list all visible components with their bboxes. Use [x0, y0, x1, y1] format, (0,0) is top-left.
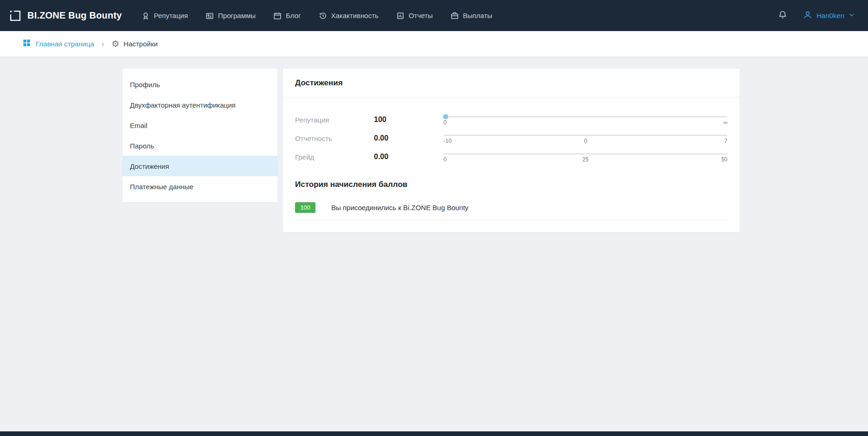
chevron-down-icon	[849, 12, 855, 20]
nav-item-payouts[interactable]: Выплаты	[450, 12, 492, 20]
scale-max: 50	[721, 156, 727, 163]
scale-mid: 25	[582, 156, 588, 163]
reporting-slider: -10 0 7	[444, 135, 727, 144]
nav-item-reports[interactable]: Отчеты	[396, 12, 433, 20]
entry-text: Вы присоединились к Bi.ZONE Bug Bounty	[331, 204, 469, 212]
reputation-icon	[141, 12, 150, 20]
main-nav: Репутация Программы Блог	[141, 12, 492, 20]
user-icon	[803, 10, 812, 21]
home-grid-icon	[22, 38, 31, 49]
metric-value: 100	[374, 115, 434, 124]
nav-item-blog[interactable]: Блог	[273, 12, 301, 20]
brand[interactable]: BI.ZONE Bug Bounty	[9, 9, 122, 22]
metric-label: Отчетность	[295, 135, 374, 142]
panel-title: Достижения	[283, 69, 739, 97]
nav-item-label: Блог	[286, 12, 301, 19]
programs-icon	[206, 12, 214, 20]
nav-item-label: Программы	[218, 12, 256, 19]
metric-label: Грейд	[295, 153, 374, 161]
scale-max: ∞	[723, 119, 727, 126]
breadcrumb-home-label: Главная страница	[36, 40, 94, 48]
sidebar-item-password[interactable]: Пароль	[122, 135, 277, 156]
gear-icon: ⚙	[111, 39, 119, 48]
sidebar-item-payment[interactable]: Платежные данные	[122, 176, 277, 197]
nav-item-hacktivity[interactable]: Хакактивность	[319, 12, 379, 20]
history-entry: 100 Вы присоединились к Bi.ZONE Bug Boun…	[295, 202, 727, 220]
scale-mid: 0	[584, 138, 587, 144]
metric-row-reputation: Репутация 100 0 ∞	[295, 110, 727, 129]
notifications-button[interactable]	[778, 10, 787, 21]
history-title: История начисления баллов	[295, 180, 727, 189]
hacktivity-icon	[319, 12, 327, 20]
user-menu[interactable]: Han0ken	[803, 10, 855, 21]
slider-track	[444, 135, 727, 136]
nav-item-label: Отчеты	[409, 12, 433, 19]
slider-track	[444, 153, 727, 154]
breadcrumb: Главная страница › ⚙ Настройки	[0, 31, 868, 57]
breadcrumb-current-label: Настройки	[123, 40, 158, 48]
username: Han0ken	[817, 12, 844, 19]
nav-item-label: Хакактивность	[331, 12, 379, 19]
points-badge: 100	[295, 202, 315, 213]
navbar-right: Han0ken	[778, 10, 855, 21]
scale-min: 0	[444, 156, 447, 163]
sidebar-item-profile[interactable]: Профиль	[122, 74, 277, 95]
sidebar-item-email[interactable]: Email	[122, 115, 277, 135]
reports-icon	[396, 12, 405, 20]
scale-min: -10	[444, 138, 451, 144]
scale-min: 0	[444, 119, 447, 126]
footer-strip	[0, 431, 868, 436]
metric-row-reporting: Отчетность 0.00 -10 0 7	[295, 129, 727, 147]
slider-handle[interactable]	[443, 114, 448, 119]
metric-value: 0.00	[374, 153, 434, 161]
achievements-panel: Достижения Репутация 100 0 ∞	[283, 69, 739, 232]
nav-item-reputation[interactable]: Репутация	[141, 12, 188, 20]
metric-row-grade: Грейд 0.00 0 25 50	[295, 147, 727, 166]
metric-label: Репутация	[295, 116, 374, 124]
slider-scale: -10 0 7	[444, 138, 727, 144]
slider-scale: 0 ∞	[444, 119, 727, 126]
breadcrumb-current: ⚙ Настройки	[111, 39, 158, 48]
breadcrumb-home-link[interactable]: Главная страница	[22, 38, 94, 49]
bell-icon	[778, 10, 787, 21]
sidebar-item-achievements[interactable]: Достижения	[122, 156, 277, 176]
nav-item-label: Репутация	[154, 12, 188, 19]
breadcrumb-separator: ›	[102, 40, 104, 48]
payouts-icon	[450, 12, 459, 20]
top-navbar: BI.ZONE Bug Bounty Репутация Программы	[0, 0, 868, 31]
main-content: Профиль Двухфакторная аутентификация Ema…	[0, 57, 868, 232]
brand-title: BI.ZONE Bug Bounty	[27, 10, 122, 21]
sidebar-item-2fa[interactable]: Двухфакторная аутентификация	[122, 95, 277, 115]
brand-logo-icon	[9, 9, 22, 22]
scale-max: 7	[724, 138, 727, 144]
settings-menu: Профиль Двухфакторная аутентификация Ema…	[122, 69, 277, 202]
slider-scale: 0 25 50	[444, 156, 727, 163]
slider-track	[444, 116, 727, 117]
nav-item-label: Выплаты	[463, 12, 492, 19]
blog-icon	[273, 12, 282, 20]
nav-item-programs[interactable]: Программы	[206, 12, 256, 20]
reputation-slider: 0 ∞	[444, 116, 727, 126]
metric-value: 0.00	[374, 134, 434, 142]
grade-slider: 0 25 50	[444, 153, 727, 163]
